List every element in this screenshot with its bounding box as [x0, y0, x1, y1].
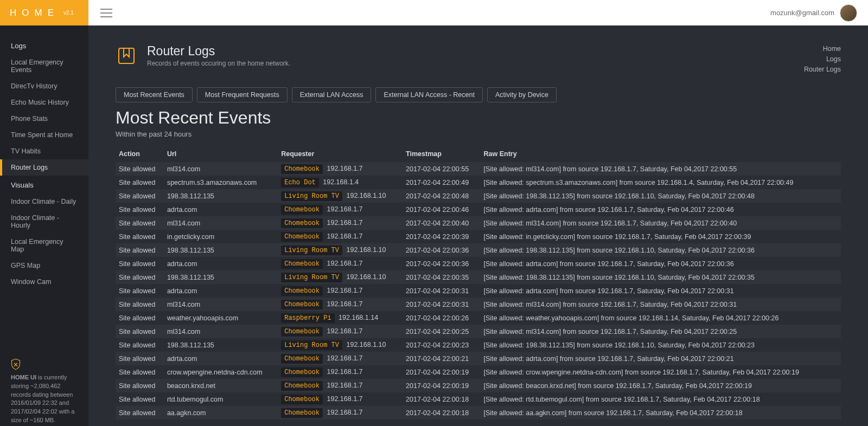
cell-timestamp: 2017-02-04 22:00:55 [403, 162, 480, 176]
filter-most-frequent-requests[interactable]: Most Frequent Requests [197, 87, 288, 102]
device-tag: Chomebook [281, 259, 323, 269]
user-email[interactable]: mozunk@gmail.com [770, 9, 834, 17]
cell-timestamp: 2017-02-04 22:00:25 [403, 325, 480, 338]
requester-ip: 192.168.1.7 [325, 205, 363, 213]
requester-ip: 192.168.1.7 [325, 233, 363, 240]
sidebar-item-phone-stats[interactable]: Phone Stats [0, 111, 88, 127]
cell-url: ml314.com [164, 325, 278, 338]
cell-url: adrta.com [164, 257, 278, 270]
menu-toggle-icon[interactable] [100, 9, 112, 17]
cell-timestamp: 2017-02-04 22:00:21 [403, 352, 480, 365]
requester-ip: 192.168.1.7 [325, 260, 363, 267]
filter-row: Most Recent EventsMost Frequent Requests… [116, 87, 841, 102]
cell-url: ml314.com [164, 162, 278, 176]
device-tag: Living Room TV [281, 246, 342, 255]
breadcrumb-logs[interactable]: Logs [804, 54, 841, 64]
column-requester: Requester [278, 146, 403, 162]
table-row: Site allowedin.getclicky.comChomebook 19… [116, 230, 841, 243]
cell-url: 198.38.112.135 [164, 270, 278, 284]
cell-action: Site allowed [116, 311, 164, 325]
device-tag: Living Room TV [281, 340, 342, 350]
sidebar-item-time-spent-at-home[interactable]: Time Spent at Home [0, 127, 88, 143]
table-row: Site allowedweather.yahooapis.comRaspber… [116, 311, 841, 325]
cell-raw: [Site allowed: spectrum.s3.amazonaws.com… [480, 176, 841, 189]
table-row: Site allowedadrta.comChomebook 192.168.1… [116, 284, 841, 298]
cell-action: Site allowed [116, 352, 164, 365]
device-tag: Raspberry Pi [281, 313, 334, 323]
cell-timestamp: 2017-02-04 22:00:26 [403, 311, 480, 325]
cell-action: Site allowed [116, 298, 164, 311]
cell-requester: Chomebook 192.168.1.7 [278, 325, 403, 338]
sidebar-item-tv-habits[interactable]: TV Habits [0, 143, 88, 159]
shield-icon [11, 358, 21, 370]
avatar[interactable] [840, 4, 857, 22]
breadcrumb-home[interactable]: Home [804, 44, 841, 54]
cell-requester: Living Room TV 192.168.1.10 [278, 338, 403, 352]
requester-ip: 192.168.1.14 [337, 314, 378, 321]
cell-requester: Living Room TV 192.168.1.10 [278, 189, 403, 203]
cell-action: Site allowed [116, 284, 164, 298]
cell-timestamp: 2017-02-04 22:00:18 [403, 406, 480, 419]
svg-rect-0 [119, 48, 134, 63]
sidebar-heading-visuals: Visuals [0, 176, 88, 193]
topbar-right: mozunk@gmail.com [770, 4, 868, 22]
filter-external-lan-access[interactable]: External LAN Access [292, 87, 372, 102]
requester-ip: 192.168.1.10 [344, 341, 386, 348]
sidebar-item-router-logs[interactable]: Router Logs [0, 159, 88, 176]
cell-raw: [Site allowed: rtd.tubemogul.com] from s… [480, 392, 841, 406]
sidebar-item-local-emergency-map[interactable]: Local Emergency Map [0, 234, 88, 257]
cell-timestamp: 2017-02-04 22:00:35 [403, 270, 480, 284]
requester-ip: 192.168.1.7 [325, 165, 363, 172]
cell-url: 198.38.112.135 [164, 243, 278, 257]
cell-raw: [Site allowed: aa.agkn.com] from source … [480, 406, 841, 419]
device-tag: Chomebook [281, 286, 323, 296]
table-row: Site allowedadrta.comChomebook 192.168.1… [116, 203, 841, 216]
cell-url: weather.yahooapis.com [164, 311, 278, 325]
cell-requester: Chomebook 192.168.1.7 [278, 230, 403, 243]
table-row: Site allowedadrta.comChomebook 192.168.1… [116, 257, 841, 270]
sidebar-item-indoor-climate-daily[interactable]: Indoor Climate - Daily [0, 193, 88, 210]
sidebar-item-window-cam[interactable]: Window Cam [0, 274, 88, 290]
cell-raw: [Site allowed: adrta.com] from source 19… [480, 203, 841, 216]
cell-timestamp: 2017-02-04 22:00:19 [403, 365, 480, 379]
sidebar-item-directv-history[interactable]: DirecTv History [0, 78, 88, 94]
column-url: Url [164, 146, 278, 162]
requester-ip: 192.168.1.10 [344, 273, 386, 281]
filter-most-recent-events[interactable]: Most Recent Events [116, 87, 193, 102]
cell-timestamp: 2017-02-04 22:00:31 [403, 284, 480, 298]
requester-ip: 192.168.1.7 [325, 354, 363, 362]
requester-ip: 192.168.1.10 [344, 246, 386, 254]
table-row: Site allowed198.38.112.135Living Room TV… [116, 243, 841, 257]
sidebar-item-echo-music-history[interactable]: Echo Music History [0, 94, 88, 111]
cell-timestamp: 2017-02-04 22:00:36 [403, 257, 480, 270]
sidebar: Logs Local Emergency EventsDirecTv Histo… [0, 25, 88, 426]
cell-timestamp: 2017-02-04 22:00:18 [403, 392, 480, 406]
sidebar-item-indoor-climate-hourly[interactable]: Indoor Climate - Hourly [0, 210, 88, 234]
brand-logo[interactable]: HOME v2.1 [0, 0, 88, 25]
device-tag: Chomebook [281, 395, 323, 404]
device-tag: Echo Dot [281, 178, 319, 188]
filter-external-lan-access-recent[interactable]: External LAN Access - Recent [375, 87, 482, 102]
cell-url: beacon.krxd.net [164, 379, 278, 392]
breadcrumb: Home Logs Router Logs [804, 44, 841, 74]
cell-timestamp: 2017-02-04 22:00:23 [403, 338, 480, 352]
device-tag: Chomebook [281, 232, 323, 242]
cell-url: in.getclicky.com [164, 230, 278, 243]
filter-activity-by-device[interactable]: Activity by Device [487, 87, 557, 102]
requester-ip: 192.168.1.7 [325, 287, 363, 294]
events-table: ActionUrlRequesterTimestmapRaw Entry Sit… [116, 146, 841, 419]
table-row: Site allowedml314.comChomebook 192.168.1… [116, 298, 841, 311]
cell-url: spectrum.s3.amazonaws.com [164, 176, 278, 189]
cell-url: ml314.com [164, 216, 278, 230]
device-tag: Chomebook [281, 327, 323, 337]
cell-url: aa.agkn.com [164, 406, 278, 419]
requester-ip: 192.168.1.7 [325, 219, 363, 227]
sidebar-item-local-emergency-events[interactable]: Local Emergency Events [0, 54, 88, 78]
requester-ip: 192.168.1.10 [344, 192, 386, 199]
table-row: Site allowedbeacon.krxd.netChomebook 192… [116, 379, 841, 392]
device-tag: Chomebook [281, 408, 323, 418]
cell-action: Site allowed [116, 203, 164, 216]
cell-raw: [Site allowed: adrta.com] from source 19… [480, 352, 841, 365]
cell-raw: [Site allowed: weather.yahooapis.com] fr… [480, 311, 841, 325]
sidebar-item-gps-map[interactable]: GPS Map [0, 257, 88, 274]
